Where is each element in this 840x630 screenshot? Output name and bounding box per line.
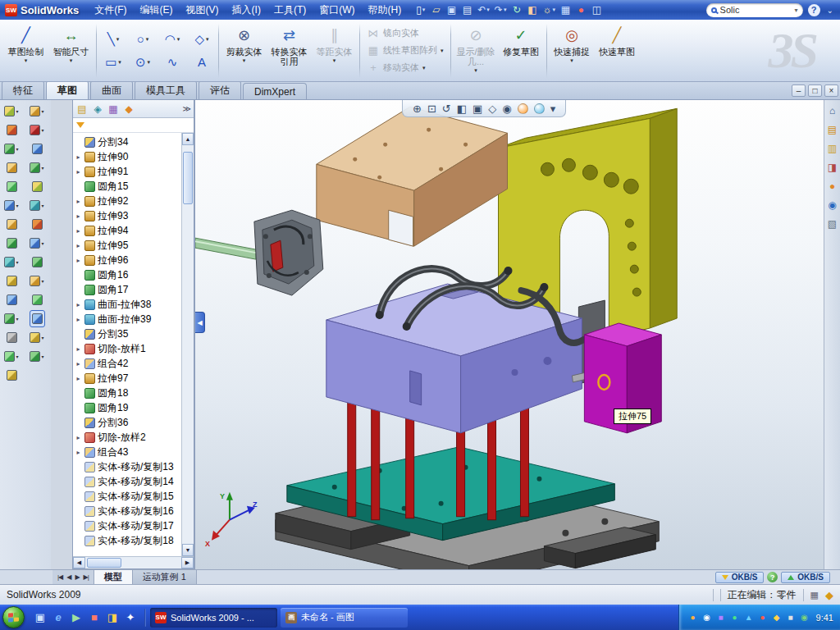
design-library-icon[interactable]: ▤ bbox=[826, 123, 839, 136]
h-scroll-track[interactable] bbox=[85, 557, 181, 568]
expand-arrow-icon[interactable]: ▸ bbox=[75, 257, 82, 264]
minimize-window-button[interactable]: – bbox=[792, 84, 806, 97]
tree-item[interactable]: ▸拉伸92 bbox=[75, 194, 180, 208]
quick-snaps-button[interactable]: ◎快速捕捉▾ bbox=[550, 22, 595, 80]
toolbar-icon[interactable]: ▾ bbox=[2, 311, 20, 326]
toolbar-icon[interactable]: ▾ bbox=[28, 122, 45, 138]
tree-filter-row[interactable] bbox=[73, 118, 194, 133]
h-scroll-thumb[interactable] bbox=[87, 558, 121, 568]
toolbar-icon[interactable] bbox=[30, 179, 44, 194]
tree-item[interactable]: ▸拉伸93 bbox=[75, 208, 180, 223]
edit-appearance-icon[interactable] bbox=[518, 103, 528, 114]
sketch-spline-button[interactable]: ∿ bbox=[158, 52, 186, 73]
zoom-fit-icon[interactable]: ⊕ bbox=[413, 103, 422, 115]
doc-nav-icon[interactable]: ▶| bbox=[82, 573, 90, 581]
expand-arrow-icon[interactable]: ▸ bbox=[75, 212, 82, 220]
search-input[interactable]: Solic ▾ bbox=[706, 3, 803, 17]
tree-item[interactable]: ▸切除-放样1 bbox=[75, 341, 180, 356]
media-player-icon[interactable]: ▶ bbox=[69, 610, 84, 625]
toolbar-icon[interactable]: ▾ bbox=[28, 330, 45, 345]
model-core-block[interactable] bbox=[326, 267, 605, 433]
tree-item[interactable]: ▸切除-放样2 bbox=[75, 430, 180, 445]
close-window-button[interactable]: × bbox=[824, 84, 838, 97]
search-dropdown-icon[interactable]: ▾ bbox=[795, 7, 798, 14]
tray-antivirus-icon[interactable]: ◉ bbox=[799, 612, 810, 623]
tree-item[interactable]: ▸拉伸90 bbox=[75, 149, 180, 164]
menu-item[interactable]: 帮助(H) bbox=[362, 1, 409, 20]
v-scroll-thumb[interactable] bbox=[183, 152, 193, 204]
doc-nav-icon[interactable]: ▶ bbox=[73, 573, 80, 581]
toolbar-icon[interactable]: ▾ bbox=[28, 160, 45, 176]
toolbar-icon[interactable] bbox=[30, 292, 44, 308]
toolbar-icon[interactable] bbox=[5, 368, 19, 383]
tree-item[interactable]: 分割35 bbox=[75, 326, 180, 341]
apply-scene-icon[interactable] bbox=[534, 103, 545, 114]
model-top-plate[interactable] bbox=[317, 107, 508, 246]
tree-item[interactable]: 圆角16 bbox=[75, 267, 180, 282]
appearances-scenes-icon[interactable]: ● bbox=[826, 180, 839, 193]
tree-item[interactable]: ▸曲面-拉伸38 bbox=[75, 297, 180, 312]
launcher-icon[interactable]: ✦ bbox=[123, 610, 138, 625]
collapse-panel-arrow[interactable]: ◀ bbox=[195, 312, 205, 333]
toolbar-icon[interactable] bbox=[30, 217, 44, 232]
tree-vertical-scrollbar[interactable]: ▲▼ bbox=[181, 133, 194, 556]
rebuild-icon[interactable]: ↻ bbox=[509, 2, 523, 17]
expand-arrow-icon[interactable]: ▸ bbox=[75, 360, 82, 368]
sketch-polygon-button[interactable]: ◇▾ bbox=[188, 29, 216, 50]
help-icon[interactable]: ? bbox=[808, 4, 820, 16]
expand-arrow-icon[interactable]: ▸ bbox=[75, 375, 82, 382]
menu-item[interactable]: 插入(I) bbox=[226, 1, 267, 20]
section-view-icon[interactable]: ◧ bbox=[457, 103, 467, 115]
toolbar-icon[interactable]: ▾ bbox=[28, 235, 45, 251]
tray-messenger-icon[interactable]: ● bbox=[729, 612, 741, 623]
tab-3[interactable]: 曲面 bbox=[90, 80, 133, 99]
tree-item[interactable]: 分割34 bbox=[75, 135, 180, 149]
expand-arrow-icon[interactable]: ▸ bbox=[75, 345, 82, 353]
collapse-menu-icon[interactable]: ⌄ bbox=[825, 6, 835, 15]
tree-item[interactable]: 实体-移动/复制16 bbox=[75, 504, 180, 518]
solidworks-launcher-icon[interactable]: ■ bbox=[87, 610, 102, 625]
panel-chevron-icon[interactable]: ≫ bbox=[183, 104, 191, 113]
tree-item[interactable]: ▸拉伸97 bbox=[75, 371, 180, 386]
scroll-right-icon[interactable]: ▶ bbox=[181, 557, 194, 568]
toolbar-icon[interactable]: ▾ bbox=[2, 254, 20, 270]
tree-item[interactable]: ▸拉伸91 bbox=[75, 164, 180, 179]
tree-item[interactable]: 圆角18 bbox=[75, 386, 180, 400]
propertymanager-tab[interactable]: ◈ bbox=[91, 103, 104, 116]
expand-arrow-icon[interactable]: ▸ bbox=[75, 434, 82, 441]
sketch-arc-button[interactable]: ◠▾ bbox=[158, 29, 186, 50]
toolbar-icon[interactable] bbox=[30, 311, 44, 326]
tab-1[interactable]: 特征 bbox=[2, 80, 44, 99]
model-clamp-and-rod[interactable] bbox=[195, 210, 323, 295]
convert-entities-button[interactable]: ⇄转换实体引用 bbox=[267, 22, 312, 80]
print-document-icon[interactable]: ▤ bbox=[460, 2, 474, 17]
doc-tab-2[interactable]: 运动算例 1 bbox=[133, 570, 197, 584]
tab-2[interactable]: 草图 bbox=[46, 80, 89, 99]
view-orientation-icon[interactable]: ▣ bbox=[472, 103, 482, 115]
tree-item[interactable]: ▸曲面-拉伸39 bbox=[75, 312, 180, 326]
doc-tab-1[interactable]: 模型 bbox=[94, 570, 133, 584]
tab-5[interactable]: 评估 bbox=[199, 80, 241, 99]
scroll-left-icon[interactable]: ◀ bbox=[73, 557, 85, 568]
toolbar-icon[interactable] bbox=[5, 273, 19, 289]
menu-item[interactable]: 编辑(E) bbox=[134, 1, 180, 20]
status-tag-icon[interactable]: ◆ bbox=[825, 589, 833, 601]
toolbar-icon[interactable] bbox=[5, 179, 19, 194]
tray-ime-icon[interactable]: ■ bbox=[785, 612, 797, 623]
tree-item[interactable]: 圆角15 bbox=[75, 179, 180, 194]
sketch-text-button[interactable]: A bbox=[188, 52, 216, 73]
menu-item[interactable]: 工具(T) bbox=[267, 1, 313, 20]
upload-speed[interactable]: OKB/S bbox=[781, 572, 830, 583]
sketch-ellipse-button[interactable]: ⊙▾ bbox=[129, 52, 157, 73]
custom-properties-icon[interactable]: ▧ bbox=[826, 217, 839, 231]
internet-explorer-icon[interactable]: e bbox=[51, 610, 66, 625]
open-document-icon[interactable]: ▱ bbox=[429, 2, 443, 17]
tray-power-icon[interactable]: ● bbox=[687, 612, 699, 623]
sketch-draw-button[interactable]: ╱草图绘制▾ bbox=[3, 22, 48, 80]
v-scroll-track[interactable] bbox=[182, 145, 194, 544]
expand-arrow-icon[interactable]: ▸ bbox=[75, 198, 82, 205]
tree-horizontal-scrollbar[interactable]: ◀ ▶ bbox=[73, 556, 194, 568]
scroll-down-icon[interactable]: ▼ bbox=[182, 544, 194, 556]
tab-4[interactable]: 模具工具 bbox=[135, 80, 197, 99]
window-layout-icon[interactable]: ◫ bbox=[590, 2, 604, 17]
